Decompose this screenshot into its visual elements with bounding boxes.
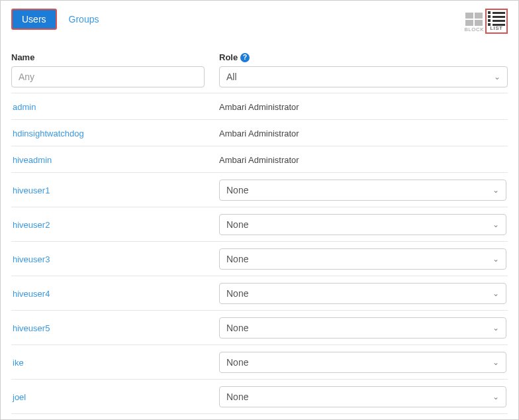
user-link[interactable]: hiveuser4 <box>13 289 50 299</box>
role-select-value: None <box>226 357 248 368</box>
view-toggle-block-label: BLOCK <box>464 26 484 32</box>
role-select-value: None <box>226 323 248 333</box>
role-text: Ambari Administrator <box>219 102 299 112</box>
filters: Name Role ? All ⌄ <box>11 52 508 87</box>
topbar: Users Groups BLOCK LIST <box>11 9 508 34</box>
role-filter-select[interactable]: All ⌄ <box>219 66 508 87</box>
view-toggle-block[interactable]: BLOCK <box>463 11 485 34</box>
role-filter-value: All <box>226 72 237 82</box>
role-select[interactable]: None⌄ <box>219 180 506 201</box>
tab-users[interactable]: Users <box>11 9 57 30</box>
role-select-value: None <box>226 219 248 230</box>
view-toggle-list[interactable]: LIST <box>485 9 508 34</box>
role-select-value: None <box>226 254 248 264</box>
table-row: hiveuser5None⌄ <box>11 311 508 345</box>
role-select-value: None <box>226 185 248 195</box>
chevron-down-icon: ⌄ <box>493 392 499 401</box>
role-select[interactable]: None⌄ <box>219 386 506 407</box>
users-table: adminAmbari Administratorhdinsightwatchd… <box>11 93 508 414</box>
role-text: Ambari Administrator <box>219 129 299 138</box>
user-link[interactable]: ike <box>13 358 24 368</box>
role-text: Ambari Administrator <box>219 155 299 165</box>
chevron-down-icon: ⌄ <box>493 289 499 298</box>
role-select[interactable]: None⌄ <box>219 352 506 373</box>
user-link[interactable]: hdinsightwatchdog <box>13 129 84 138</box>
role-select-value: None <box>226 392 248 402</box>
view-toggle-list-label: LIST <box>491 25 503 31</box>
name-column-header: Name <box>11 52 205 62</box>
user-link[interactable]: joel <box>13 392 26 402</box>
user-link[interactable]: hiveuser1 <box>13 185 50 195</box>
role-label-text: Role <box>219 52 238 62</box>
chevron-down-icon: ⌄ <box>493 323 499 333</box>
table-row: adminAmbari Administrator <box>11 93 508 120</box>
help-icon[interactable]: ? <box>240 53 250 62</box>
user-link[interactable]: hiveuser2 <box>13 220 50 230</box>
user-link[interactable]: hiveuser5 <box>13 323 50 333</box>
list-icon <box>488 11 505 25</box>
name-filter-input[interactable] <box>11 66 205 87</box>
chevron-down-icon: ⌄ <box>493 185 499 195</box>
table-row: hiveuser3None⌄ <box>11 242 508 276</box>
user-link[interactable]: admin <box>13 102 36 112</box>
table-row: ikeNone⌄ <box>11 345 508 380</box>
tab-groups[interactable]: Groups <box>60 10 109 28</box>
chevron-down-icon: ⌄ <box>493 358 499 367</box>
chevron-down-icon: ⌄ <box>494 72 500 81</box>
chevron-down-icon: ⌄ <box>493 220 499 229</box>
table-row: hiveuser2None⌄ <box>11 207 508 242</box>
table-row: hdinsightwatchdogAmbari Administrator <box>11 120 508 146</box>
table-row: joelNone⌄ <box>11 380 508 414</box>
role-column-header: Role ? <box>219 52 508 62</box>
user-link[interactable]: hiveuser3 <box>13 254 50 264</box>
chevron-down-icon: ⌄ <box>493 254 499 264</box>
role-select[interactable]: None⌄ <box>219 283 506 304</box>
table-row: hiveadminAmbari Administrator <box>11 146 508 173</box>
table-row: hiveuser1None⌄ <box>11 173 508 207</box>
view-toggles: BLOCK LIST <box>463 9 508 34</box>
user-link[interactable]: hiveadmin <box>13 155 52 165</box>
tabs: Users Groups <box>11 9 108 30</box>
role-select[interactable]: None⌄ <box>219 317 506 339</box>
block-icon <box>465 13 483 26</box>
role-select[interactable]: None⌄ <box>219 248 506 270</box>
role-select-value: None <box>226 288 248 299</box>
role-select[interactable]: None⌄ <box>219 214 506 235</box>
table-footer: 10 of 11 users showing - clear filters 1… <box>11 414 508 420</box>
table-row: hiveuser4None⌄ <box>11 276 508 311</box>
